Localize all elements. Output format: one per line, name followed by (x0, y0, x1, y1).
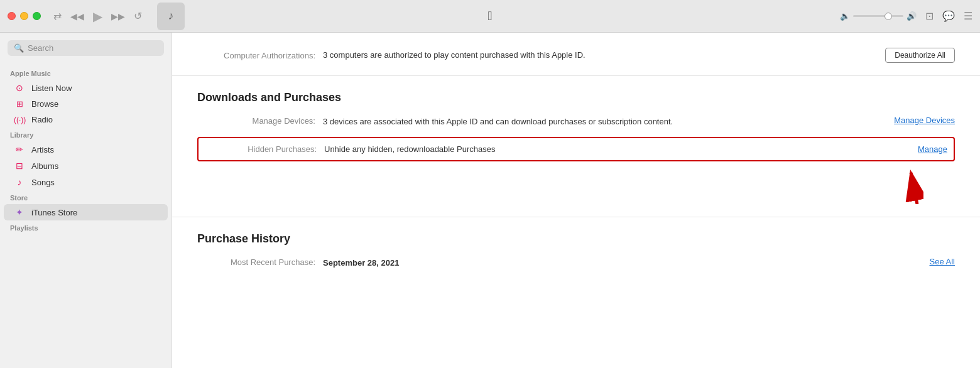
auth-text: 3 computers are authorized to play conte… (323, 49, 866, 62)
sidebar-item-itunes-store-label: iTunes Store (31, 208, 77, 217)
fast-forward-button[interactable]: ▶▶ (111, 11, 125, 21)
arrow-container (197, 166, 955, 204)
minimize-button[interactable] (20, 12, 28, 20)
apple-logo-icon:  (487, 9, 492, 23)
sidebar-item-radio[interactable]: ((·)) Radio (4, 112, 168, 127)
volume-thumb[interactable] (885, 13, 892, 20)
downloads-purchases-section: Downloads and Purchases Manage Devices: … (172, 76, 980, 217)
search-input[interactable] (28, 43, 158, 53)
music-note-icon: ♪ (168, 9, 174, 23)
albums-icon: ⊟ (14, 161, 25, 171)
manage-devices-label: Manage Devices: (197, 116, 323, 126)
radio-icon: ((·)) (14, 116, 25, 124)
manage-devices-row: Manage Devices: 3 devices are associated… (197, 116, 955, 128)
svg-line-1 (911, 173, 917, 204)
sidebar: 🔍 Apple Music ⊙ Listen Now ⊞ Browse ((·)… (0, 33, 172, 368)
itunes-store-icon: ✦ (14, 207, 25, 217)
browse-icon: ⊞ (14, 99, 25, 109)
sidebar-section-store: Store (0, 190, 172, 204)
see-all-link[interactable]: See All (930, 257, 955, 266)
repeat-button[interactable]: ↺ (134, 10, 142, 22)
sidebar-item-browse[interactable]: ⊞ Browse (4, 96, 168, 112)
main-layout: 🔍 Apple Music ⊙ Listen Now ⊞ Browse ((·)… (0, 33, 980, 368)
rewind-button[interactable]: ◀◀ (70, 11, 84, 21)
sidebar-section-playlists: Playlists (0, 220, 172, 234)
now-playing-icon-button[interactable]: ♪ (157, 3, 185, 30)
traffic-lights (8, 12, 41, 20)
manage-devices-link[interactable]: Manage Devices (894, 116, 955, 125)
computer-authorizations-section: Computer Authorizations: 3 computers are… (172, 33, 980, 76)
lyrics-icon[interactable]: 💬 (942, 10, 955, 22)
titlebar: ⇄ ◀◀ ▶ ▶▶ ↺ ♪  🔈 🔊 ⊡ 💬 ☰ (0, 0, 980, 33)
playback-controls: ⇄ ◀◀ ▶ ▶▶ ↺ ♪ (53, 3, 840, 30)
purchase-history-title: Purchase History (197, 232, 955, 246)
hidden-purchases-row: Hidden Purchases: Unhide any hidden, red… (197, 137, 955, 162)
sidebar-item-listen-now-label: Listen Now (31, 84, 72, 93)
manage-devices-text: 3 devices are associated with this Apple… (323, 116, 875, 128)
sidebar-item-artists[interactable]: ✏ Artists (4, 141, 168, 158)
volume-high-icon: 🔊 (906, 11, 917, 21)
sidebar-item-albums-label: Albums (31, 161, 58, 171)
close-button[interactable] (8, 12, 16, 20)
sidebar-item-browse-label: Browse (31, 99, 58, 109)
shuffle-button[interactable]: ⇄ (53, 10, 62, 22)
volume-slider[interactable]: 🔈 🔊 (840, 11, 917, 21)
purchase-history-section: Purchase History Most Recent Purchase: S… (172, 217, 980, 291)
volume-track[interactable] (853, 15, 903, 17)
sidebar-item-songs[interactable]: ♪ Songs (4, 174, 168, 190)
right-controls: 🔈 🔊 ⊡ 💬 ☰ (840, 10, 972, 22)
sidebar-section-apple-music: Apple Music (0, 66, 172, 80)
volume-low-icon: 🔈 (840, 11, 850, 21)
auth-label: Computer Authorizations: (197, 51, 323, 60)
search-icon: 🔍 (14, 43, 24, 53)
hidden-purchases-label: Hidden Purchases: (199, 144, 324, 154)
queue-icon[interactable]: ☰ (964, 10, 972, 22)
hidden-purchases-manage-link[interactable]: Manage (918, 144, 954, 154)
most-recent-purchase-row: Most Recent Purchase: September 28, 2021… (197, 257, 955, 269)
songs-icon: ♪ (14, 177, 25, 187)
sidebar-item-radio-label: Radio (31, 115, 53, 124)
maximize-button[interactable] (33, 12, 41, 20)
sidebar-item-songs-label: Songs (31, 178, 55, 187)
deauthorize-all-button[interactable]: Deauthorize All (885, 48, 955, 63)
sidebar-item-artists-label: Artists (31, 145, 54, 154)
play-button[interactable]: ▶ (93, 9, 102, 24)
hidden-purchases-text: Unhide any hidden, redownloadable Purcha… (324, 143, 899, 156)
most-recent-label: Most Recent Purchase: (197, 257, 323, 267)
auth-row: Computer Authorizations: 3 computers are… (197, 48, 955, 63)
artists-icon: ✏ (14, 144, 25, 154)
content-area: Computer Authorizations: 3 computers are… (172, 33, 980, 368)
sidebar-item-listen-now[interactable]: ⊙ Listen Now (4, 80, 168, 96)
listen-now-icon: ⊙ (14, 83, 25, 93)
red-arrow-icon (848, 166, 923, 204)
sidebar-section-library: Library (0, 127, 172, 141)
sidebar-item-albums[interactable]: ⊟ Albums (4, 158, 168, 174)
airplay-icon[interactable]: ⊡ (925, 10, 934, 22)
sidebar-item-itunes-store[interactable]: ✦ iTunes Store (4, 204, 168, 220)
search-bar[interactable]: 🔍 (8, 40, 164, 56)
downloads-purchases-title: Downloads and Purchases (197, 91, 955, 104)
most-recent-date: September 28, 2021 (323, 257, 911, 269)
